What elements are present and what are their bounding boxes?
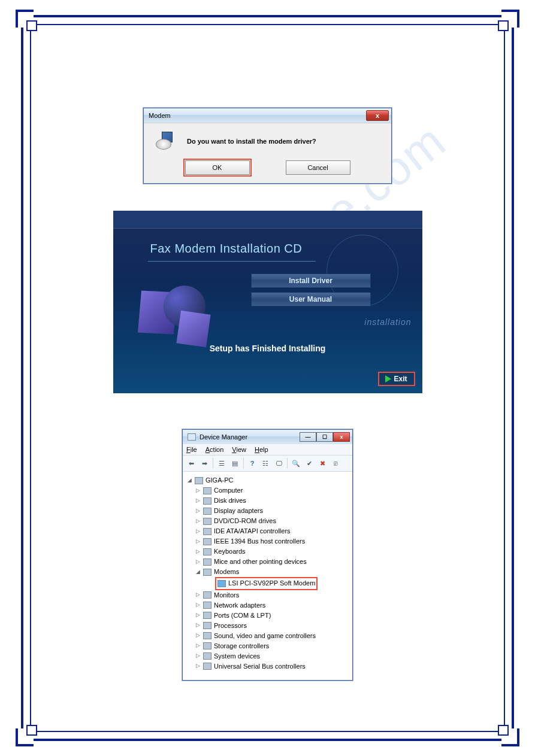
tree-row[interactable]: ▷Monitors bbox=[188, 590, 350, 600]
user-manual-button[interactable]: User Manual bbox=[251, 292, 371, 306]
device-label: Disk drives bbox=[214, 496, 246, 506]
tree-row[interactable]: ▷Sound, video and game controllers bbox=[188, 631, 350, 641]
installer-window: Fax Modem Installation CD Install Driver… bbox=[113, 211, 422, 393]
expand-arrow-icon[interactable]: ▷ bbox=[196, 527, 201, 536]
device-label: Mice and other pointing devices bbox=[214, 557, 307, 567]
page-content: Modem x Do you want to install the modem… bbox=[36, 36, 499, 720]
device-icon bbox=[203, 487, 211, 494]
corner-decor bbox=[26, 20, 37, 31]
tree-row[interactable]: LSI PCI-SV92PP Soft Modem bbox=[188, 577, 350, 590]
device-label: IDE ATA/ATAPI controllers bbox=[214, 526, 291, 536]
enable-icon[interactable]: ✔ bbox=[303, 457, 315, 469]
device-label: IEEE 1394 Bus host controllers bbox=[214, 536, 305, 546]
forward-arrow-icon[interactable]: ➡ bbox=[198, 457, 210, 469]
close-button[interactable]: x bbox=[366, 110, 389, 121]
device-label: LSI PCI-SV92PP Soft Modem bbox=[228, 578, 315, 588]
device-icon bbox=[203, 538, 211, 545]
expand-arrow-icon[interactable]: ▷ bbox=[196, 487, 201, 495]
expand-arrow-icon[interactable]: ▷ bbox=[196, 548, 201, 556]
device-manager-titlebar[interactable]: Device Manager — ☐ x bbox=[183, 430, 352, 444]
menu-view[interactable]: View bbox=[232, 446, 246, 453]
expand-arrow-icon[interactable]: ▷ bbox=[196, 507, 201, 515]
device-label: Modems bbox=[214, 567, 239, 577]
tree-row[interactable]: ▷Keyboards bbox=[188, 546, 350, 557]
expand-arrow-icon[interactable]: ▷ bbox=[196, 558, 201, 566]
device-icon bbox=[203, 622, 211, 629]
maximize-button[interactable]: ☐ bbox=[316, 432, 333, 442]
tree-row[interactable]: ▷Display adapters bbox=[188, 506, 350, 516]
cancel-button[interactable]: Cancel bbox=[286, 160, 350, 175]
menu-help[interactable]: Help bbox=[255, 446, 268, 453]
scan-hardware-icon[interactable]: 🔍 bbox=[290, 457, 302, 469]
device-label: Processors bbox=[214, 621, 247, 631]
tree-row[interactable]: ▷Processors bbox=[188, 621, 350, 631]
menu-file[interactable]: File bbox=[186, 446, 197, 453]
minimize-button[interactable]: — bbox=[300, 432, 316, 442]
device-icon bbox=[203, 528, 211, 535]
device-icon bbox=[203, 558, 211, 566]
tree-view-icon[interactable]: ☰ bbox=[216, 457, 228, 469]
expand-arrow-icon[interactable]: ▷ bbox=[196, 611, 201, 620]
highlighted-device[interactable]: LSI PCI-SV92PP Soft Modem bbox=[215, 577, 318, 590]
back-arrow-icon[interactable]: ⬅ bbox=[185, 457, 197, 469]
tree-row[interactable]: ▷Mice and other pointing devices bbox=[188, 557, 350, 567]
expand-arrow-icon[interactable]: ▷ bbox=[196, 497, 201, 505]
expand-arrow-icon[interactable]: ▷ bbox=[196, 662, 201, 670]
exit-label: Exit bbox=[394, 375, 407, 383]
tree-row[interactable]: ▷Computer bbox=[188, 485, 350, 496]
tree-row[interactable]: ◢Modems bbox=[188, 567, 350, 577]
exit-button[interactable]: Exit bbox=[378, 372, 415, 386]
install-driver-button[interactable]: Install Driver bbox=[251, 274, 371, 288]
tree-row[interactable]: ▷Disk drives bbox=[188, 496, 350, 506]
tree-row[interactable]: ▷IDE ATA/ATAPI controllers bbox=[188, 526, 350, 536]
monitor-icon[interactable]: 🖵 bbox=[273, 457, 285, 469]
expand-arrow-icon[interactable]: ▷ bbox=[196, 631, 201, 640]
help-icon[interactable]: ? bbox=[246, 457, 258, 469]
device-label: System devices bbox=[214, 651, 260, 661]
close-button[interactable]: x bbox=[333, 432, 350, 442]
tree-row[interactable]: ▷Universal Serial Bus controllers bbox=[188, 661, 350, 672]
tree-row[interactable]: ▷Ports (COM & LPT) bbox=[188, 611, 350, 621]
list-view-icon[interactable]: ▤ bbox=[229, 457, 241, 469]
device-label: Universal Serial Bus controllers bbox=[214, 661, 306, 672]
modem-dialog-titlebar[interactable]: Modem x bbox=[144, 108, 391, 123]
toolbar: ⬅ ➡ ☰ ▤ ? ☷ 🖵 🔍 ✔ ✖ ⎚ bbox=[183, 456, 352, 472]
device-icon bbox=[217, 580, 226, 587]
tree-row[interactable]: ▷DVD/CD-ROM drives bbox=[188, 516, 350, 526]
expand-arrow-icon[interactable]: ◢ bbox=[188, 476, 192, 485]
installer-topbar bbox=[113, 211, 422, 229]
tree-row[interactable]: ▷System devices bbox=[188, 651, 350, 661]
tree-row[interactable]: ▷Network adapters bbox=[188, 600, 350, 611]
expand-arrow-icon[interactable]: ▷ bbox=[196, 591, 201, 599]
menubar: File Action View Help bbox=[183, 444, 352, 456]
expand-arrow-icon[interactable]: ▷ bbox=[196, 538, 201, 546]
expand-arrow-icon[interactable]: ◢ bbox=[196, 568, 201, 576]
device-icon bbox=[203, 652, 211, 660]
tree-row[interactable]: ▷IEEE 1394 Bus host controllers bbox=[188, 536, 350, 546]
properties-icon[interactable]: ☷ bbox=[259, 457, 271, 469]
play-icon bbox=[385, 375, 391, 382]
installer-graphic bbox=[140, 274, 217, 345]
modem-dialog-title: Modem bbox=[149, 112, 171, 119]
ok-button[interactable]: OK bbox=[185, 160, 250, 175]
expand-arrow-icon[interactable]: ▷ bbox=[196, 517, 201, 526]
device-icon bbox=[203, 508, 211, 515]
menu-action[interactable]: Action bbox=[205, 446, 224, 453]
disable-icon[interactable]: ✖ bbox=[316, 457, 328, 469]
expand-arrow-icon[interactable]: ▷ bbox=[196, 601, 201, 609]
device-label: Monitors bbox=[214, 590, 239, 600]
expand-arrow-icon[interactable]: ▷ bbox=[196, 642, 201, 650]
modem-dialog: Modem x Do you want to install the modem… bbox=[143, 108, 392, 184]
installer-status: Setup has Finished Installing bbox=[113, 344, 422, 353]
device-manager-window: Device Manager — ☐ x File Action View He… bbox=[182, 429, 353, 681]
installer-title: Fax Modem Installation CD bbox=[150, 242, 303, 256]
corner-decor bbox=[498, 725, 509, 736]
tree-row[interactable]: ◢GIGA-PC bbox=[188, 475, 350, 485]
expand-arrow-icon[interactable]: ▷ bbox=[196, 621, 201, 630]
device-tree: ◢GIGA-PC▷Computer▷Disk drives▷Display ad… bbox=[183, 472, 352, 680]
uninstall-icon[interactable]: ⎚ bbox=[330, 457, 341, 469]
device-icon bbox=[203, 612, 211, 619]
expand-arrow-icon[interactable]: ▷ bbox=[196, 652, 201, 660]
tree-row[interactable]: ▷Storage controllers bbox=[188, 641, 350, 651]
device-label: Ports (COM & LPT) bbox=[214, 611, 271, 621]
